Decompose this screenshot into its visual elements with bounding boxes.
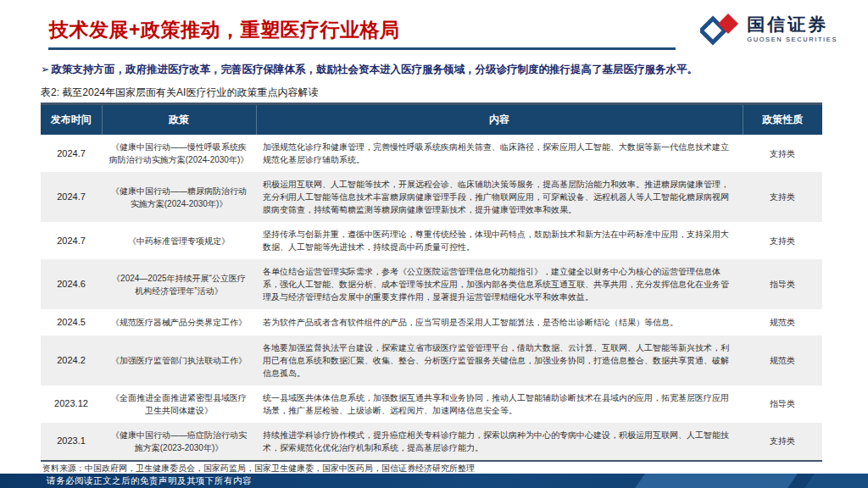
table-row: 2024.7 《健康中国行动——慢性呼吸系统疾病防治行动实施方案(2024-20…: [41, 135, 822, 172]
logo-company-subtitle: GUOSEN SECURITIES: [747, 36, 837, 43]
column-header-nature: 政策性质: [743, 104, 822, 136]
cell-date: 2023.1: [41, 423, 102, 461]
disclaimer-text: 请务必阅读正文之后的免责声明及其项下所有内容: [47, 474, 252, 488]
cell-policy: 《2024—2025年持续开展“公立医疗机构经济管理年”活动》: [102, 259, 256, 309]
guosen-logo: 国信证券 GUOSEN SECURITIES: [700, 10, 837, 47]
cell-nature: 支持类: [743, 172, 822, 222]
table-row: 2024.7 《健康中国行动——糖尿病防治行动实施方案(2024-2030年)》…: [41, 172, 822, 222]
cell-policy: 《加强医疗监管部门执法联动工作》: [102, 336, 256, 385]
column-header-content: 内容: [256, 104, 743, 136]
cell-policy: 《健康中国行动——糖尿病防治行动实施方案(2024-2030年)》: [102, 172, 256, 222]
page-title: 技术发展+政策推动，重塑医疗行业格局: [49, 17, 399, 43]
cell-content: 坚持传承与创新并重，遵循中医药理论，尊重传统经验，体现中药特点，鼓励新技术和新方…: [256, 222, 743, 259]
decor-stripe: [627, 474, 804, 488]
cell-date: 2024.7: [41, 172, 102, 222]
cell-date: 2024.7: [41, 135, 102, 172]
cell-nature: 支持类: [743, 135, 822, 172]
cell-nature: 规范类: [743, 309, 822, 336]
cell-content: 加强规范化诊疗和健康管理，完善慢性呼吸系统疾病相关筛查、临床路径，探索应用人工智…: [256, 135, 743, 172]
table-row: 2023.12 《全面推进全面推进紧密型县域医疗卫生共同体建设》 统一县域医共体…: [41, 385, 822, 423]
cell-date: 2023.12: [41, 385, 102, 423]
policy-highlight-text: 政策支持方面，政府推进医疗改革，完善医疗保障体系，鼓励社会资本进入医疗服务领域，…: [51, 64, 698, 75]
table-row: 2024.6 《2024—2025年持续开展“公立医疗机构经济管理年”活动》 各…: [41, 259, 822, 309]
slide: 技术发展+政策推动，重塑医疗行业格局 国信证券 GUOSEN SECURITIE…: [0, 0, 868, 488]
table-row: 2024.2 《加强医疗监管部门执法联动工作》 各地要加强监督执法平台建设，探索…: [41, 336, 822, 385]
cell-content: 若为软件产品或者含有软件组件的产品，应当写明是否采用人工智能算法，是否给出诊断结…: [256, 309, 743, 336]
cell-date: 2024.5: [41, 309, 102, 336]
table-row: 2024.5 《规范医疗器械产品分类界定工作》 若为软件产品或者含有软件组件的产…: [41, 309, 822, 336]
guosen-diamond-icon: [700, 10, 739, 47]
cell-nature: 支持类: [743, 222, 822, 259]
cell-content: 持续推进学科诊疗协作模式，提升癌症相关专科诊疗能力，探索以病种为中心的专病中心建…: [256, 423, 743, 461]
cell-nature: 指导类: [743, 385, 822, 423]
source-note: 资料来源：中国政府网，卫生健康委员会，国家药监局，国家卫生健康委，国家中医药局，…: [42, 463, 475, 474]
table-row: 2024.7 《中药标准管理专项规定》 坚持传承与创新并重，遵循中医药理论，尊重…: [41, 222, 822, 259]
cell-content: 各地要加强监督执法平台建设，探索建立省市级医疗监管管理平台，借助大数据、云计算、…: [256, 336, 743, 385]
cell-date: 2024.2: [41, 336, 102, 385]
cell-nature: 指导类: [743, 259, 822, 309]
arrow-bullet-icon: ➢: [41, 64, 49, 75]
cell-date: 2024.6: [41, 259, 102, 309]
cell-policy: 《中药标准管理专项规定》: [102, 222, 256, 259]
table-header-row: 发布时间 政策 内容 政策性质: [41, 104, 822, 136]
column-header-policy: 政策: [102, 104, 256, 136]
cell-nature: 规范类: [743, 336, 822, 385]
policy-highlight: ➢政策支持方面，政府推进医疗改革，完善医疗保障体系，鼓励社会资本进入医疗服务领域…: [41, 63, 829, 76]
table-row: 2023.1 《健康中国行动——癌症防治行动实施方案(2023-2030年)》 …: [41, 423, 822, 461]
policy-table: 发布时间 政策 内容 政策性质 2024.7 《健康中国行动——慢性呼吸系统疾病…: [41, 103, 822, 462]
cell-date: 2024.7: [41, 222, 102, 259]
cell-content: 积极运用互联网、人工智能等技术，开展远程会诊、临床辅助决策等服务，提高基层防治能…: [256, 172, 743, 222]
cell-policy: 《健康中国行动——癌症防治行动实施方案(2023-2030年)》: [102, 423, 256, 461]
cell-nature: 支持类: [743, 423, 822, 461]
cell-policy: 《规范医疗器械产品分类界定工作》: [102, 309, 256, 336]
cell-policy: 《全面推进全面推进紧密型县域医疗卫生共同体建设》: [102, 385, 256, 423]
cell-content: 统一县域医共体体信息系统，加强数据互通共享和业务协同，推动人工智能辅助诊断技术在…: [256, 385, 743, 423]
cell-policy: 《健康中国行动——慢性呼吸系统疾病防治行动实施方案(2024-2030年)》: [102, 135, 256, 172]
decor-stripe: [797, 474, 868, 488]
column-header-date: 发布时间: [41, 104, 102, 136]
disclaimer-bar: 请务必阅读正文之后的免责声明及其项下所有内容: [0, 474, 868, 488]
logo-company-name: 国信证券: [747, 14, 828, 34]
cell-content: 各单位结合运营管理实际需求，参考《公立医院运营管理信息化功能指引》，建立健全以财…: [256, 259, 743, 309]
title-underline: [48, 47, 676, 50]
table-caption: 表2: 截至2024年国家层面有关AI医疗行业的政策重点内容解读: [41, 86, 318, 100]
